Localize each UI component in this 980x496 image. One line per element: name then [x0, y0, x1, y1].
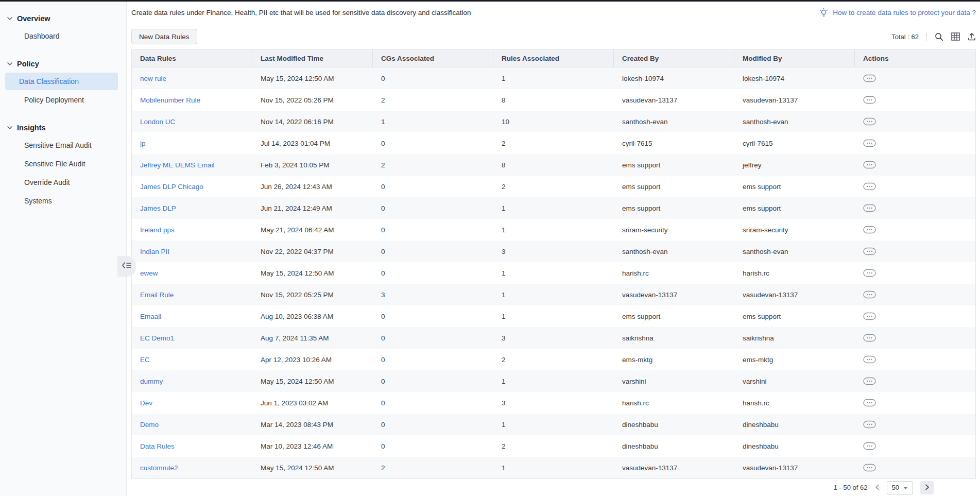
rule-link[interactable]: Ireland pps — [140, 226, 175, 234]
cell-last-modified: May 15, 2024 12:50 AM — [252, 370, 373, 392]
more-actions-icon[interactable] — [863, 355, 876, 364]
pagination-range: 1 - 50 of 62 — [834, 484, 868, 491]
rule-link[interactable]: EC Demo1 — [140, 334, 174, 342]
cell-created-by: varshini — [614, 370, 734, 392]
rule-link[interactable]: Data Rules — [140, 442, 175, 450]
more-actions-icon[interactable] — [863, 247, 876, 255]
more-actions-icon[interactable] — [863, 117, 876, 126]
page-size-select[interactable]: 50 — [887, 481, 913, 494]
rule-link[interactable]: new rule — [140, 75, 166, 82]
cell-created-by: ems support — [614, 176, 734, 197]
more-actions-icon[interactable] — [863, 161, 876, 169]
rule-link[interactable]: Dev — [140, 399, 152, 407]
prev-page-button[interactable] — [875, 483, 880, 492]
rule-link[interactable]: Indian PII — [140, 248, 169, 255]
cell-modified-by: harish.rc — [734, 392, 855, 414]
cell-last-modified: Nov 22, 2022 04:37 PM — [252, 241, 373, 262]
rule-link[interactable]: Mobilenumber Rule — [140, 96, 200, 104]
cell-last-modified: Jun 21, 2024 12:49 AM — [252, 197, 373, 219]
cell-created-by: saikrishna — [614, 327, 734, 349]
collapse-sidebar-icon — [122, 262, 132, 271]
cell-last-modified: May 15, 2024 12:50 AM — [252, 67, 373, 89]
sidebar-nav: OverviewDashboardPolicyData Classificati… — [0, 11, 126, 210]
new-data-rules-button[interactable]: New Data Rules — [131, 29, 197, 44]
more-actions-icon[interactable] — [863, 399, 876, 407]
sidebar-item-sensitive-email-audit[interactable]: Sensitive Email Audit — [5, 136, 118, 154]
cell-rules-associated: 1 — [493, 457, 614, 478]
table-body: new ruleMay 15, 2024 12:50 AM01lokesh-10… — [132, 67, 975, 478]
rule-link[interactable]: Jeffrey ME UEMS Email — [140, 161, 215, 169]
sidebar-item-systems[interactable]: Systems — [5, 192, 118, 210]
more-actions-icon[interactable] — [863, 442, 876, 450]
more-actions-icon[interactable] — [863, 96, 876, 104]
column-header-last-modified-time: Last Modified Time — [252, 49, 373, 67]
cell-rules-associated: 1 — [493, 219, 614, 241]
cell-cgs-associated: 0 — [373, 327, 493, 349]
sidebar-item-sensitive-file-audit[interactable]: Sensitive File Audit — [5, 155, 118, 173]
cell-last-modified: Jun 1, 2023 03:02 AM — [252, 392, 373, 414]
table-row: EmaailAug 10, 2023 06:38 AM01ems support… — [132, 305, 975, 327]
rule-link[interactable]: James DLP — [140, 204, 176, 212]
rule-link[interactable]: Email Rule — [140, 291, 174, 299]
cell-modified-by: cyril-7615 — [734, 132, 855, 154]
cell-cgs-associated: 0 — [373, 241, 493, 262]
more-actions-icon[interactable] — [863, 377, 876, 385]
more-actions-icon[interactable] — [863, 204, 876, 212]
cell-rules-associated: 2 — [493, 349, 614, 370]
rule-link[interactable]: jp — [140, 140, 146, 147]
sidebar-item-policy-deployment[interactable]: Policy Deployment — [5, 91, 118, 109]
table-row: Indian PIINov 22, 2022 04:37 PM03santhos… — [132, 241, 975, 262]
cell-created-by: ems support — [614, 197, 734, 219]
cell-rules-associated: 1 — [493, 305, 614, 327]
more-actions-icon[interactable] — [863, 269, 876, 277]
table-row: DevJun 1, 2023 03:02 AM03harish.rcharish… — [132, 392, 975, 414]
rule-link[interactable]: London UC — [140, 118, 175, 126]
rule-link[interactable]: EC — [140, 356, 150, 364]
cell-modified-by: harish.rc — [734, 262, 855, 284]
lightbulb-icon — [819, 8, 829, 18]
sidebar-section-label: Overview — [17, 14, 50, 23]
more-actions-icon[interactable] — [863, 420, 876, 429]
rule-link[interactable]: customrule2 — [140, 464, 178, 472]
table-row: James DLP ChicagoJun 26, 2024 12:43 AM02… — [132, 176, 975, 197]
more-actions-icon[interactable] — [863, 226, 876, 234]
rule-link[interactable]: Emaail — [140, 313, 161, 320]
cell-rules-associated: 2 — [493, 176, 614, 197]
more-actions-icon[interactable] — [863, 464, 876, 472]
page-size-value: 50 — [892, 484, 899, 491]
search-icon[interactable] — [935, 32, 943, 41]
sidebar-section-policy[interactable]: Policy — [0, 56, 126, 72]
rule-link[interactable]: dummy — [140, 378, 163, 385]
export-icon[interactable] — [968, 32, 976, 41]
more-actions-icon[interactable] — [863, 139, 876, 147]
cell-rules-associated: 1 — [493, 67, 614, 89]
cell-modified-by: vasudevan-13137 — [734, 89, 855, 111]
cell-created-by: harish.rc — [614, 262, 734, 284]
sidebar-section-overview[interactable]: Overview — [0, 11, 126, 26]
more-actions-icon[interactable] — [863, 312, 876, 320]
next-page-button[interactable] — [920, 481, 934, 494]
more-actions-icon[interactable] — [863, 290, 876, 299]
help-link[interactable]: How to create data rules to protect your… — [819, 8, 976, 18]
table-row: London UCNov 14, 2022 06:16 PM110santhos… — [132, 111, 975, 132]
rule-link[interactable]: Demo — [140, 421, 159, 429]
cell-modified-by: santhosh-evan — [734, 111, 855, 132]
rule-link[interactable]: ewew — [140, 269, 158, 277]
collapse-sidebar-button[interactable] — [117, 256, 136, 277]
cell-last-modified: Nov 14, 2022 06:16 PM — [252, 111, 373, 132]
sidebar-item-override-audit[interactable]: Override Audit — [5, 174, 118, 191]
sidebar-section-insights[interactable]: Insights — [0, 120, 126, 135]
more-actions-icon[interactable] — [863, 182, 876, 191]
table-row: new ruleMay 15, 2024 12:50 AM01lokesh-10… — [132, 67, 975, 89]
rule-link[interactable]: James DLP Chicago — [140, 183, 203, 191]
column-header-created-by: Created By — [614, 49, 734, 67]
cell-last-modified: Feb 3, 2024 10:05 PM — [252, 154, 373, 176]
more-actions-icon[interactable] — [863, 74, 876, 82]
cell-rules-associated: 2 — [493, 132, 614, 154]
column-chooser-icon[interactable] — [951, 32, 960, 41]
sidebar-item-data-classification[interactable]: Data Classification — [5, 73, 118, 90]
more-actions-icon[interactable] — [863, 334, 876, 342]
sidebar: OverviewDashboardPolicyData Classificati… — [0, 2, 127, 496]
sidebar-item-dashboard[interactable]: Dashboard — [5, 27, 118, 45]
cell-modified-by: dineshbabu — [734, 435, 855, 457]
